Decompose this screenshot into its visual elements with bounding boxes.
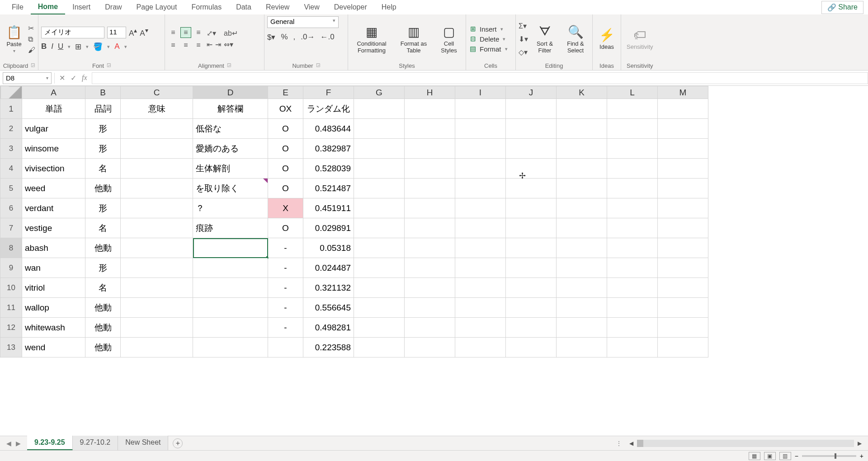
cell-J5[interactable] (506, 179, 557, 198)
row-header-3[interactable]: 3 (0, 139, 22, 159)
cell-H9[interactable] (405, 258, 455, 278)
cell-H1[interactable] (405, 99, 455, 119)
tab-help[interactable]: Help (374, 0, 404, 14)
worksheet-grid[interactable]: ABCDEFGHIJKLM1単語品詞意味解答欄OXランダム化2vulgar形低俗… (0, 86, 868, 436)
cell-J1[interactable] (506, 99, 557, 119)
cell-G13[interactable] (354, 338, 405, 358)
decrease-indent[interactable]: ⇤ (207, 40, 212, 49)
cell-H4[interactable] (405, 159, 455, 179)
align-top-right[interactable]: ≡ (193, 27, 204, 38)
cell-E8[interactable]: - (268, 238, 303, 258)
zoom-in-button[interactable]: + (860, 452, 863, 460)
cell-B10[interactable]: 名 (85, 278, 121, 298)
find-select-button[interactable]: 🔍 Find & Select (561, 23, 590, 56)
cell-M11[interactable] (658, 298, 708, 318)
cell-L9[interactable] (607, 258, 658, 278)
cell-B6[interactable]: 形 (85, 198, 121, 218)
cell-L10[interactable] (607, 278, 658, 298)
cell-F9[interactable]: 0.024487 (303, 258, 354, 278)
cell-I6[interactable] (455, 198, 506, 218)
cell-C6[interactable] (121, 198, 193, 218)
increase-indent[interactable]: ⇥ (215, 40, 221, 49)
cell-J6[interactable] (506, 198, 557, 218)
cell-H11[interactable] (405, 298, 455, 318)
zoom-out-button[interactable]: − (795, 452, 798, 460)
row-header-13[interactable]: 13 (0, 338, 22, 358)
cell-A1[interactable]: 単語 (22, 99, 85, 119)
tab-insert[interactable]: Insert (65, 0, 98, 14)
format-painter-icon[interactable]: 🖌 (28, 46, 35, 54)
cell-D6[interactable]: ？ (193, 198, 268, 218)
row-header-9[interactable]: 9 (0, 258, 22, 278)
view-normal-button[interactable]: ▦ (749, 452, 760, 460)
col-header-D[interactable]: D (193, 86, 268, 99)
cell-B8[interactable]: 他動 (85, 238, 121, 258)
col-header-B[interactable]: B (85, 86, 121, 99)
cell-A12[interactable]: whitewash (22, 318, 85, 338)
cell-J4[interactable] (506, 159, 557, 179)
cell-M10[interactable] (658, 278, 708, 298)
cell-M12[interactable] (658, 318, 708, 338)
launcher-icon[interactable]: ◲ (107, 62, 111, 69)
paste-button[interactable]: 📋 Paste ▾ (3, 23, 25, 55)
cell-D7[interactable]: 痕跡 (193, 218, 268, 238)
cell-B5[interactable]: 他動 (85, 179, 121, 198)
col-header-H[interactable]: H (405, 86, 455, 99)
hscroll-track[interactable] (637, 440, 854, 447)
cell-G2[interactable] (354, 119, 405, 139)
col-header-L[interactable]: L (607, 86, 658, 99)
cell-B3[interactable]: 形 (85, 139, 121, 159)
cell-D8[interactable] (193, 238, 268, 258)
cell-C12[interactable] (121, 318, 193, 338)
cell-C1[interactable]: 意味 (121, 99, 193, 119)
cell-A11[interactable]: wallop (22, 298, 85, 318)
cancel-icon[interactable]: ✕ (59, 74, 65, 82)
cell-M13[interactable] (658, 338, 708, 358)
tab-view[interactable]: View (297, 0, 326, 14)
row-header-8[interactable]: 8 (0, 238, 22, 258)
font-size-input[interactable]: 11 (107, 27, 126, 38)
borders-button[interactable]: ⊞ (75, 42, 81, 52)
cell-D10[interactable] (193, 278, 268, 298)
hscroll-right[interactable]: ▶ (856, 440, 863, 447)
cell-B1[interactable]: 品詞 (85, 99, 121, 119)
cell-A2[interactable]: vulgar (22, 119, 85, 139)
launcher-icon[interactable]: ◲ (31, 62, 35, 69)
cell-F5[interactable]: 0.521487 (303, 179, 354, 198)
sort-filter-button[interactable]: ᗊ Sort & Filter (531, 23, 559, 56)
chevron-down-icon[interactable]: ▾ (68, 44, 71, 50)
cell-D11[interactable] (193, 298, 268, 318)
formula-input[interactable] (92, 72, 868, 84)
cell-H13[interactable] (405, 338, 455, 358)
cell-J7[interactable] (506, 218, 557, 238)
cell-F8[interactable]: 0.05318 (303, 238, 354, 258)
tab-formulas[interactable]: Formulas (184, 0, 229, 14)
cell-C13[interactable] (121, 338, 193, 358)
cell-I13[interactable] (455, 338, 506, 358)
cell-F11[interactable]: 0.556645 (303, 298, 354, 318)
launcher-icon[interactable]: ◲ (227, 62, 231, 69)
cell-F6[interactable]: 0.451911 (303, 198, 354, 218)
col-header-C[interactable]: C (121, 86, 193, 99)
cell-H10[interactable] (405, 278, 455, 298)
tab-developer[interactable]: Developer (327, 0, 374, 14)
cell-C7[interactable] (121, 218, 193, 238)
select-all-corner[interactable] (0, 86, 22, 99)
fill-color-button[interactable]: 🪣 (93, 42, 103, 52)
cell-B12[interactable]: 他動 (85, 318, 121, 338)
sheet-next-icon[interactable]: ▶ (16, 440, 21, 447)
col-header-E[interactable]: E (268, 86, 303, 99)
cell-A10[interactable]: vitriol (22, 278, 85, 298)
copy-icon[interactable]: ⧉ (28, 35, 35, 43)
cell-L1[interactable] (607, 99, 658, 119)
fx-icon[interactable]: fx (82, 74, 87, 82)
cell-J3[interactable] (506, 139, 557, 159)
row-header-12[interactable]: 12 (0, 318, 22, 338)
orientation-button[interactable]: ⤢▾ (207, 29, 221, 38)
percent-button[interactable]: % (281, 33, 288, 42)
cell-K10[interactable] (557, 278, 607, 298)
row-header-2[interactable]: 2 (0, 119, 22, 139)
cell-G11[interactable] (354, 298, 405, 318)
cell-F3[interactable]: 0.382987 (303, 139, 354, 159)
row-header-5[interactable]: 5 (0, 179, 22, 198)
